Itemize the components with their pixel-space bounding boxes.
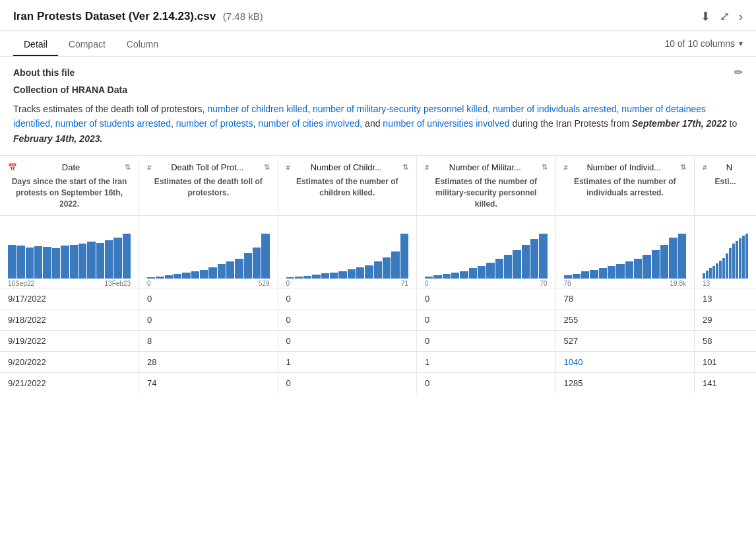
bar	[564, 275, 572, 278]
bar	[425, 277, 433, 279]
cell-individuals[interactable]: 1040	[555, 351, 695, 372]
bar	[573, 274, 581, 279]
filter-icon-death[interactable]: ⇅	[264, 163, 270, 172]
col-desc-military: Estimates of the number of military-secu…	[425, 176, 548, 209]
chart-partial: 13	[703, 232, 748, 285]
download-icon[interactable]: ⬇	[701, 9, 710, 24]
edit-icon[interactable]: ✏	[734, 66, 743, 79]
bar	[581, 271, 589, 278]
chart-label-left-partial: 13	[703, 280, 710, 287]
table-row: 9/18/202200025529	[0, 309, 756, 330]
cell-military: 0	[417, 330, 556, 351]
tabs-row: Detail Compact Column 10 of 10 columns ▾	[0, 31, 756, 57]
cell-individuals: 527	[555, 330, 695, 351]
chart-labels-individuals: 78 19.8k	[564, 280, 687, 287]
chart-label-right-military: 70	[540, 280, 547, 287]
bars-partial	[703, 232, 748, 279]
bar	[356, 267, 364, 278]
bar	[374, 261, 382, 278]
chart-military: 0 70	[425, 232, 548, 285]
highlight-military: number of military-security personnel ki…	[313, 104, 488, 114]
bar	[52, 248, 60, 279]
filter-icon-military[interactable]: ⇅	[542, 163, 548, 172]
tab-detail[interactable]: Detail	[13, 31, 58, 56]
cell-partial: 13	[695, 288, 757, 309]
cell-date: 9/18/2022	[0, 309, 139, 330]
bar	[433, 275, 441, 278]
bar	[312, 275, 320, 278]
col-desc-partial: Esti...	[703, 176, 748, 187]
col-name-partial: N	[710, 162, 748, 172]
col-header-children: # Number of Childr... ⇅ Estimates of the…	[278, 156, 417, 215]
chart-cell-death: 0 529	[139, 215, 278, 288]
bar	[599, 268, 607, 278]
bar	[443, 274, 451, 279]
cell-children: 0	[278, 372, 417, 393]
bar	[709, 268, 712, 278]
data-table: 📅 Date ⇅ Days since the start of the Ira…	[0, 156, 756, 393]
cell-partial: 141	[695, 372, 757, 393]
bar	[722, 258, 725, 278]
highlight-students: number of students arrested	[55, 118, 171, 129]
cell-partial: 101	[695, 351, 757, 372]
bar	[590, 270, 598, 279]
cell-individuals: 1285	[555, 372, 695, 393]
bar	[295, 277, 303, 279]
chart-row: 16Sep22 13Feb23 0 529	[0, 215, 756, 288]
bar	[504, 255, 512, 279]
about-title: About this file	[13, 67, 743, 78]
bar	[123, 234, 131, 279]
chart-cell-individuals: 78 19.8k	[555, 215, 695, 288]
file-size: (7.48 kB)	[223, 11, 263, 22]
end-date: February 14th, 2023.	[13, 133, 102, 144]
col-header-individuals: # Number of Individ... ⇅ Estimates of th…	[555, 156, 695, 215]
bar	[286, 277, 294, 279]
columns-control[interactable]: 10 of 10 columns ▾	[664, 38, 743, 49]
bar	[703, 273, 705, 279]
chart-cell-partial: 13	[695, 215, 757, 288]
highlight-children: number of children killed	[207, 104, 307, 114]
tab-list: Detail Compact Column	[13, 31, 169, 56]
bar	[330, 273, 338, 279]
col-desc-date: Days since the start of the Iran protest…	[8, 176, 131, 209]
bar	[513, 250, 520, 279]
chevron-down-icon: ▾	[739, 39, 743, 48]
bar	[400, 234, 408, 279]
expand-icon[interactable]: ⤢	[720, 9, 730, 24]
table-row: 9/17/20220007813	[0, 288, 756, 309]
cell-death_toll: 0	[139, 288, 278, 309]
bar	[235, 259, 243, 279]
cell-death_toll: 28	[139, 351, 278, 372]
bar	[495, 259, 503, 279]
hash-icon-children: #	[286, 164, 290, 172]
bar	[736, 241, 738, 279]
bar	[530, 239, 538, 279]
bar	[253, 248, 261, 279]
bar	[16, 246, 24, 278]
tab-column[interactable]: Column	[116, 31, 169, 56]
bar	[34, 246, 42, 278]
bar	[182, 273, 190, 279]
header-actions: ⬇ ⤢ ›	[701, 9, 743, 24]
cell-date: 9/17/2022	[0, 288, 139, 309]
table-row: 9/21/202274001285141	[0, 372, 756, 393]
tab-compact[interactable]: Compact	[58, 31, 116, 56]
chart-labels-partial: 13	[703, 280, 748, 287]
cell-individuals: 78	[555, 288, 695, 309]
next-icon[interactable]: ›	[739, 10, 743, 24]
page-title: Iran Protests Dataset (Ver 2.14.23).csv …	[13, 10, 263, 23]
bar	[608, 266, 615, 279]
filter-icon-date[interactable]: ⇅	[125, 163, 131, 172]
bar	[165, 275, 173, 278]
filter-icon-individuals[interactable]: ⇅	[680, 163, 686, 172]
chart-labels-death: 0 529	[147, 280, 270, 287]
highlight-universities: number of universities involved	[383, 118, 509, 129]
cell-death_toll: 8	[139, 330, 278, 351]
filter-icon-children[interactable]: ⇅	[402, 163, 408, 172]
bar	[208, 267, 216, 279]
col-header-partial: # N Esti...	[695, 156, 757, 215]
chart-label-right-death: 529	[259, 280, 270, 287]
chart-individuals: 78 19.8k	[564, 232, 687, 285]
chart-labels-military: 0 70	[425, 280, 548, 287]
bar	[625, 261, 633, 279]
